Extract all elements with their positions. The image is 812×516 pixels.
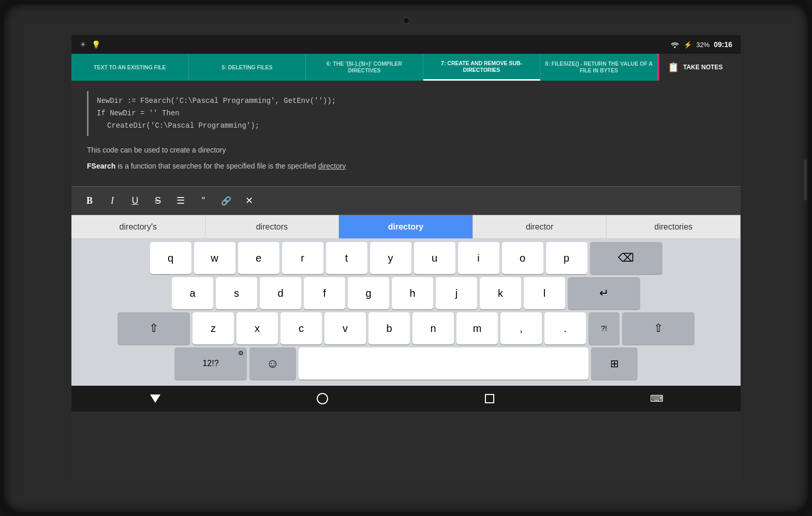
key-w[interactable]: w — [194, 242, 235, 274]
side-button[interactable] — [804, 159, 807, 201]
autocomplete-directorys[interactable]: directory's — [71, 215, 205, 238]
key-k[interactable]: k — [480, 277, 521, 309]
key-y[interactable]: y — [370, 242, 411, 274]
code-block: NewDir := FSearch('C:\Pascal Programming… — [87, 91, 725, 136]
key-x[interactable]: x — [237, 312, 278, 344]
key-c[interactable]: c — [280, 312, 322, 344]
status-left: ☀ 💡 — [80, 40, 100, 49]
tab-deleting-files[interactable]: 5: DELETING FILES — [189, 54, 306, 81]
recent-button[interactable] — [480, 389, 499, 408]
wifi-icon — [670, 41, 680, 48]
fsearch-bold: FSearch — [87, 162, 115, 170]
key-n[interactable]: n — [412, 312, 454, 344]
home-icon — [317, 393, 328, 404]
battery-icon: ⚡ — [684, 41, 692, 49]
keyboard-row-1: q w e r t y u i o p ⌫ — [73, 242, 739, 274]
key-space[interactable] — [299, 347, 588, 380]
tablet-frame: ☀ 💡 ⚡ 32% 09:16 TEXT TO AN EXISTING FILE — [0, 0, 812, 516]
battery-percent: 32% — [696, 41, 710, 49]
description-2: FSearch is a function that searches for … — [87, 160, 725, 172]
key-o[interactable]: o — [502, 242, 543, 274]
keyboard-row-4: 12!? ⚙ ☺ ⊞ — [73, 347, 739, 380]
tab-bar: TEXT TO AN EXISTING FILE 5: DELETING FIL… — [71, 54, 741, 81]
key-emoji[interactable]: ☺ — [249, 347, 296, 380]
autocomplete-directors[interactable]: directors — [205, 215, 339, 238]
key-punct-hint[interactable]: ?! — [588, 312, 619, 344]
tablet-screen: ☀ 💡 ⚡ 32% 09:16 TEXT TO AN EXISTING FILE — [71, 35, 741, 481]
code-line-2: If NewDir = '' Then — [97, 108, 717, 120]
key-shift-left[interactable]: ⇧ — [117, 312, 190, 344]
time-display: 09:16 — [714, 40, 732, 49]
content-area: NewDir := FSearch('C:\Pascal Programming… — [71, 81, 741, 186]
keyboard-row-2: a s d f g h j k l ↵ — [73, 277, 739, 309]
keyboard-button[interactable]: ⌨ — [647, 389, 666, 408]
notes-icon: 📋 — [668, 62, 679, 73]
format-quote-button[interactable]: " — [194, 191, 213, 210]
back-button[interactable] — [146, 389, 165, 408]
code-line-1: NewDir := FSearch('C:\Pascal Programming… — [97, 95, 717, 108]
home-button[interactable] — [313, 389, 332, 408]
bottom-nav: ⌨ — [71, 386, 741, 412]
autocomplete-bar: directory's directors directory director… — [71, 215, 741, 239]
key-enter[interactable]: ↵ — [568, 277, 640, 309]
key-i[interactable]: i — [458, 242, 499, 274]
key-j[interactable]: j — [436, 277, 477, 309]
format-strikethrough-button[interactable]: S — [148, 191, 168, 210]
key-t[interactable]: t — [326, 242, 367, 274]
format-list-button[interactable]: ☰ — [171, 191, 190, 210]
status-right: ⚡ 32% 09:16 — [670, 40, 732, 49]
format-link-button[interactable]: 🔗 — [216, 191, 236, 210]
key-f[interactable]: f — [304, 277, 345, 309]
keyboard-icon: ⌨ — [650, 393, 663, 404]
key-h[interactable]: h — [392, 277, 433, 309]
tab-create-remove-dirs[interactable]: 7: CREATE AND REMOVE SUB-DIRECTORIES — [423, 54, 541, 81]
key-backspace[interactable]: ⌫ — [590, 242, 662, 274]
key-gear-icon: ⚙ — [238, 350, 244, 357]
code-line-3: CreateDir('C:\Pascal Programming'); — [97, 120, 717, 132]
tab-text-to-file[interactable]: TEXT TO AN EXISTING FILE — [71, 54, 189, 81]
status-bar: ☀ 💡 ⚡ 32% 09:16 — [71, 35, 741, 54]
tab-filesize[interactable]: 8: FILESIZE() - RETURN THE VALUE OF A FI… — [540, 54, 658, 81]
autocomplete-directory[interactable]: directory — [339, 215, 473, 238]
key-shift-right[interactable]: ⇧ — [622, 312, 695, 344]
key-u[interactable]: u — [414, 242, 455, 274]
format-toolbar: B I U S ☰ " 🔗 ✕ — [71, 186, 741, 215]
key-g[interactable]: g — [348, 277, 389, 309]
key-a[interactable]: a — [172, 277, 213, 309]
format-underline-button[interactable]: U — [125, 191, 145, 210]
key-numbers[interactable]: 12!? ⚙ — [174, 347, 247, 380]
autocomplete-directories[interactable]: directories — [607, 215, 741, 238]
recent-icon — [485, 394, 494, 403]
take-notes-tab[interactable]: 📋 TAKE NOTES — [658, 54, 741, 81]
key-z[interactable]: z — [193, 312, 234, 344]
key-d[interactable]: d — [260, 277, 301, 309]
camera — [403, 17, 410, 24]
tab-compiler-directives[interactable]: 6: THE '{$I-},{$I+}' COMPILER DIRECTIVES — [306, 54, 423, 81]
key-grid[interactable]: ⊞ — [591, 347, 638, 380]
key-e[interactable]: e — [238, 242, 279, 274]
key-q[interactable]: q — [150, 242, 191, 274]
key-s[interactable]: s — [216, 277, 257, 309]
key-v[interactable]: v — [324, 312, 366, 344]
format-clear-button[interactable]: ✕ — [239, 191, 259, 210]
key-b[interactable]: b — [368, 312, 410, 344]
key-period[interactable]: . — [544, 312, 586, 344]
format-bold-button[interactable]: B — [80, 191, 99, 210]
keyboard: q w e r t y u i o p ⌫ a s d f g h j — [71, 239, 741, 386]
back-icon — [150, 394, 160, 403]
directory-link[interactable]: directory — [318, 162, 346, 170]
key-comma[interactable]: , — [500, 312, 542, 344]
notification-icon: ☀ — [80, 40, 86, 49]
key-l[interactable]: l — [524, 277, 565, 309]
description-1: This code can be used to create a direct… — [87, 144, 725, 156]
key-r[interactable]: r — [282, 242, 323, 274]
keyboard-row-3: ⇧ z x c v b n m , . ?! ⇧ — [73, 312, 739, 344]
key-m[interactable]: m — [456, 312, 498, 344]
autocomplete-director[interactable]: director — [473, 215, 607, 238]
format-italic-button[interactable]: I — [102, 191, 122, 210]
key-p[interactable]: p — [546, 242, 587, 274]
take-notes-label: TAKE NOTES — [683, 64, 722, 71]
description-2-suffix: is a function that searches for the spec… — [115, 162, 318, 170]
brightness-icon: 💡 — [92, 40, 100, 49]
